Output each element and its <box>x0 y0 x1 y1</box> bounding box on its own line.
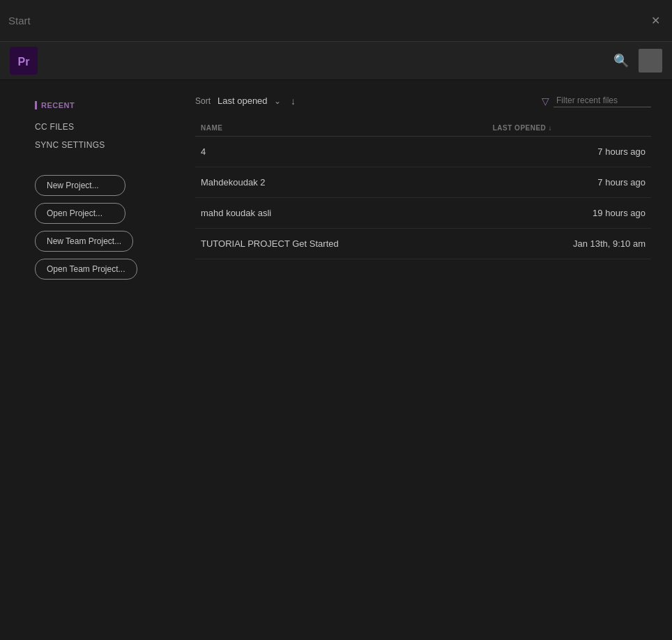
svg-text:Pr: Pr <box>18 56 30 68</box>
sort-select[interactable]: Last opened Name Date created <box>217 96 271 106</box>
file-last-opened: 7 hours ago <box>487 137 651 167</box>
file-last-opened: Jan 13th, 9:10 am <box>487 229 651 259</box>
file-name: TUTORIAL PROJECT Get Started <box>195 229 487 259</box>
sidebar-item-sync-settings[interactable]: SYNC SETTINGS <box>35 137 167 153</box>
sidebar: RECENT CC FILES SYNC SETTINGS New Projec… <box>0 80 181 640</box>
header-right: 🔍 <box>609 49 662 73</box>
table-row[interactable]: 4 7 hours ago <box>195 137 651 167</box>
main-content: RECENT CC FILES SYNC SETTINGS New Projec… <box>0 80 672 640</box>
new-project-button[interactable]: New Project... <box>35 175 125 196</box>
file-table: NAME LAST OPENED ↓ 4 7 hours ago Mahdeko… <box>195 120 651 259</box>
column-header-name: NAME <box>195 120 487 137</box>
filter-input[interactable] <box>553 94 651 107</box>
app-container: Pr 🔍 RECENT CC FILES SYNC SETTINGS New P… <box>0 42 672 640</box>
table-header-row: NAME LAST OPENED ↓ <box>195 120 651 137</box>
filter-icon: ▽ <box>542 96 549 107</box>
header-bar: Pr 🔍 <box>0 42 672 80</box>
search-icon: 🔍 <box>613 53 629 68</box>
sort-direction-button[interactable]: ↓ <box>288 96 298 107</box>
sort-label: Sort <box>195 96 211 106</box>
avatar[interactable] <box>639 49 662 73</box>
sort-chevron-icon: ⌄ <box>274 96 281 106</box>
file-last-opened: 19 hours ago <box>487 198 651 229</box>
filter-section: ▽ <box>542 94 651 107</box>
close-button[interactable]: ✕ <box>647 13 664 29</box>
search-button[interactable]: 🔍 <box>609 49 633 73</box>
open-team-project-button[interactable]: Open Team Project... <box>35 259 137 280</box>
sidebar-section-recent: RECENT <box>35 101 167 109</box>
sort-direction-icon: ↓ <box>291 96 296 107</box>
file-last-opened: 7 hours ago <box>487 167 651 198</box>
top-bar: ✕ <box>0 0 672 42</box>
top-bar-input[interactable] <box>8 15 647 26</box>
table-row[interactable]: TUTORIAL PROJECT Get Started Jan 13th, 9… <box>195 229 651 259</box>
table-row[interactable]: mahd koudak asli 19 hours ago <box>195 198 651 229</box>
file-name: mahd koudak asli <box>195 198 487 229</box>
table-row[interactable]: Mahdekoudak 2 7 hours ago <box>195 167 651 198</box>
close-icon: ✕ <box>651 14 660 27</box>
new-team-project-button[interactable]: New Team Project... <box>35 231 133 252</box>
file-area: Sort Last opened Name Date created ⌄ ↓ ▽ <box>181 80 672 640</box>
open-project-button[interactable]: Open Project... <box>35 203 125 224</box>
sort-select-wrapper: Last opened Name Date created ⌄ <box>217 96 281 106</box>
sort-filter-bar: Sort Last opened Name Date created ⌄ ↓ ▽ <box>195 94 651 107</box>
file-name: 4 <box>195 137 487 167</box>
premiere-pro-logo: Pr <box>10 47 38 75</box>
sidebar-buttons: New Project... Open Project... New Team … <box>35 175 167 280</box>
column-header-last-opened: LAST OPENED ↓ <box>487 120 651 137</box>
sidebar-item-cc-files[interactable]: CC FILES <box>35 119 167 135</box>
file-name: Mahdekoudak 2 <box>195 167 487 198</box>
